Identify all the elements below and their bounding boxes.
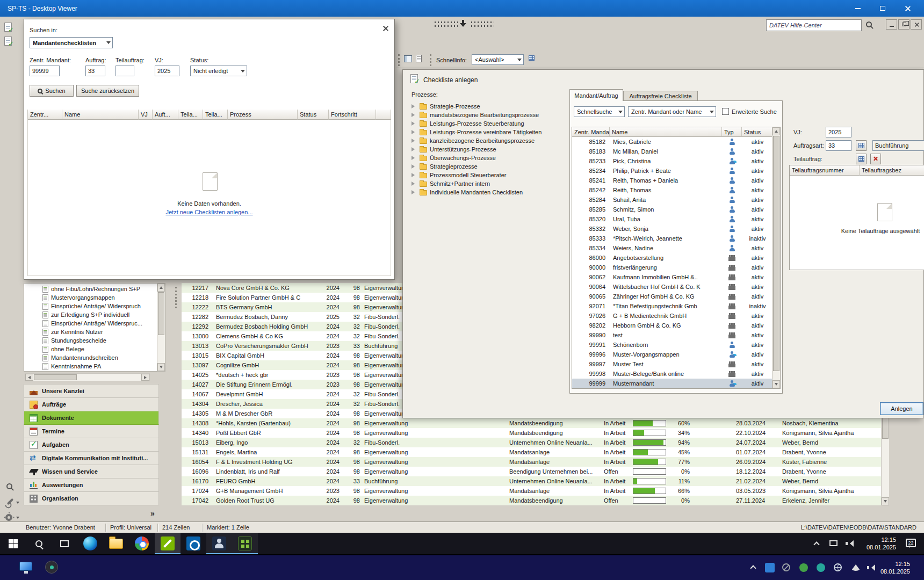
mandant-row[interactable]: 85242Reith, Thomasaktiv bbox=[572, 185, 772, 195]
close-button[interactable] bbox=[895, 0, 920, 17]
tray-icon-app[interactable] bbox=[765, 563, 775, 572]
expand-arrow-icon[interactable] bbox=[412, 130, 417, 134]
result-column-header[interactable]: Teila... bbox=[203, 110, 228, 120]
mandant-column-header[interactable]: Name bbox=[610, 127, 722, 137]
scroll-up-button[interactable] bbox=[157, 284, 165, 292]
chevron-down-icon[interactable] bbox=[16, 502, 19, 505]
viewer-taskbar-item[interactable] bbox=[19, 562, 32, 571]
taskbar-item-datev[interactable] bbox=[155, 533, 181, 554]
taskbar-item-browser[interactable] bbox=[129, 533, 155, 554]
expand-arrow-icon[interactable] bbox=[412, 147, 417, 151]
auftragsart-picker-button[interactable] bbox=[856, 140, 867, 151]
wifi-icon[interactable] bbox=[851, 564, 861, 571]
folder-tree-scrollbar[interactable] bbox=[157, 284, 165, 371]
mandant-row[interactable]: 85284Suhail, Anitaaktiv bbox=[572, 195, 772, 205]
sidebar-item-termine[interactable]: Termine bbox=[24, 425, 159, 438]
prozess-tree-item[interactable]: kanzleibezogene Bearbeitungsprozesse bbox=[410, 136, 566, 145]
mandant-row[interactable]: 99990testaktiv bbox=[572, 330, 772, 340]
prozess-tree-item[interactable]: Prozessmodell Steuerberater bbox=[410, 171, 566, 179]
expand-arrow-icon[interactable] bbox=[412, 173, 417, 177]
expand-arrow-icon[interactable] bbox=[412, 121, 417, 126]
display-tray-icon[interactable] bbox=[829, 540, 838, 546]
folder-tree-item[interactable]: ohne Fibu/Lohn/Rechnungen S+P bbox=[24, 285, 165, 293]
mandant-row[interactable]: 90062Kaufmann Immobilien GmbH &..aktiv bbox=[572, 272, 772, 282]
expand-arrow-icon[interactable] bbox=[412, 104, 417, 108]
teilauftrag-delete-button[interactable] bbox=[870, 154, 881, 164]
mandant-row[interactable]: 97026G + B Medientechnik GmbHaktiv bbox=[572, 311, 772, 321]
mandant-column-header[interactable]: Zentr. Mandant bbox=[572, 127, 610, 137]
checklist-toolbar-button-1[interactable] bbox=[4, 23, 12, 32]
vj-input[interactable]: 2025 bbox=[155, 66, 179, 76]
mandant-row[interactable]: 85320Ural, Tubaaktiv bbox=[572, 214, 772, 224]
gear-icon[interactable] bbox=[5, 514, 12, 521]
scrollbar-thumb[interactable] bbox=[34, 374, 77, 380]
prozess-tree-item[interactable]: Strategieprozesse bbox=[410, 162, 566, 171]
result-column-header[interactable]: Auft... bbox=[153, 110, 178, 120]
mandant-row[interactable]: 98202Hebborn GmbH & Co. KGaktiv bbox=[572, 321, 772, 330]
sidebar-item-aufgaben[interactable]: Aufgaben bbox=[24, 438, 159, 452]
teilauftrag-picker-button[interactable] bbox=[856, 154, 867, 164]
prozess-tree-item[interactable]: mandatsbezogene Bearbeitungsprozesse bbox=[410, 111, 566, 119]
mandant-row[interactable]: 99991Schönenbornaktiv bbox=[572, 340, 772, 350]
toolbar-drag-handle[interactable] bbox=[470, 19, 494, 27]
client-row[interactable]: 14308*Hohls, Karsten (Gartenbau)202498Ei… bbox=[182, 418, 881, 428]
mandant-row[interactable]: 99999Mustermandantaktiv bbox=[572, 379, 772, 388]
dialog-close-button[interactable] bbox=[380, 24, 390, 33]
tab-auftragsfreie-checkliste[interactable]: Auftragsfreie Checkliste bbox=[623, 91, 698, 101]
minimize-button[interactable] bbox=[846, 0, 870, 17]
scroll-down-button[interactable] bbox=[157, 363, 165, 371]
prozess-tree-item[interactable]: Strategie-Prozesse bbox=[410, 102, 566, 111]
result-column-header[interactable]: Zentr... bbox=[28, 110, 62, 120]
scrollbar-thumb[interactable] bbox=[158, 292, 164, 335]
folder-tree-item[interactable]: Kenntnisnahme PA bbox=[24, 362, 165, 371]
auftragsart-input[interactable]: 33 bbox=[826, 140, 851, 151]
mandant-row[interactable]: 85183Mc Millan, Danielaktiv bbox=[572, 147, 772, 156]
client-row[interactable]: 16170FEURO GmbH202433BuchführungUnterneh… bbox=[182, 476, 881, 486]
mandant-row[interactable]: 92071*Titan Befestigungstechnik Gmbinakt… bbox=[572, 301, 772, 311]
expand-arrow-icon[interactable] bbox=[412, 182, 417, 186]
mandant-row[interactable]: 90000fristverlängerungaktiv bbox=[572, 263, 772, 272]
search-scope-select[interactable]: Zentr. Mandant oder Name bbox=[628, 106, 716, 117]
client-row[interactable]: 14340Pößl Ebbert GbR202498Eigenverwaltun… bbox=[182, 428, 881, 438]
teil-column-header[interactable]: Teilauftragsbez bbox=[860, 165, 924, 176]
sidebar-item-organisation[interactable]: Organisation bbox=[24, 492, 159, 505]
tray-icon-blocked[interactable] bbox=[782, 563, 790, 571]
window-titlebar[interactable]: SP-TS - Desktop Viewer bbox=[0, 0, 924, 17]
scrollbar-thumb[interactable] bbox=[773, 136, 779, 371]
client-row[interactable]: 17042Golden Root Trust UG202498Eigenverw… bbox=[182, 496, 881, 505]
mandant-row[interactable]: 85241Reith, Thomas + Danielaaktiv bbox=[572, 176, 772, 185]
mandant-row[interactable]: 85182Mies, Gabrieleaktiv bbox=[572, 137, 772, 147]
sidebar-item-dokumente[interactable]: Dokumente bbox=[24, 411, 159, 425]
nav-more-button[interactable] bbox=[150, 509, 155, 518]
mandant-row[interactable]: 86000Angebotserstellungaktiv bbox=[572, 253, 772, 263]
mandant-row[interactable]: 85285Schmitz, Simonaktiv bbox=[572, 205, 772, 214]
suchen-in-select[interactable]: Mandantenchecklisten bbox=[30, 37, 113, 48]
sidebar-item-auftraege[interactable]: Aufträge bbox=[24, 398, 159, 411]
mandant-column-header[interactable]: Typ bbox=[722, 127, 742, 137]
anlegen-button[interactable]: Anlegen bbox=[880, 402, 923, 415]
search-icon[interactable] bbox=[6, 483, 12, 489]
mandant-row[interactable]: 90065Zähringer Hof GmbH & Co. KGaktiv bbox=[572, 292, 772, 301]
panel-view-button[interactable] bbox=[404, 55, 412, 62]
taskbar-clock[interactable]: 12:15 08.01.2025 bbox=[867, 536, 896, 551]
volume-tray-icon[interactable] bbox=[846, 540, 853, 547]
folder-tree-item[interactable]: Stundungsbescheide bbox=[24, 336, 165, 345]
client-row[interactable]: 15131Engels, Martina202498Eigenverwaltun… bbox=[182, 447, 881, 457]
taskbar-clock[interactable]: 12:15 08.01.2025 bbox=[880, 560, 910, 575]
prozess-tree-item[interactable]: Individuelle Mandanten Checklisten bbox=[410, 188, 566, 197]
mandant-row[interactable]: 85333*Pitsch-Weirich, Jeannetteinaktiv bbox=[572, 234, 772, 243]
result-column-header[interactable]: Status bbox=[298, 110, 329, 120]
expand-arrow-icon[interactable] bbox=[412, 139, 417, 143]
download-arrow-icon[interactable] bbox=[460, 19, 466, 27]
toolbar-drag-handle[interactable] bbox=[433, 19, 458, 27]
result-column-header[interactable]: Name bbox=[62, 110, 139, 120]
teilauftrag-input[interactable] bbox=[116, 66, 134, 76]
tray-icon-teal[interactable] bbox=[817, 563, 825, 572]
mandant-row[interactable]: 90064Wittelsbacher Hof GmbH & Co. Kaktiv bbox=[572, 282, 772, 292]
mandant-row[interactable]: 99998Muster-Belege/Bank onlineaktiv bbox=[572, 369, 772, 379]
folder-tree-item[interactable]: Mandantenrundschreiben bbox=[24, 353, 165, 362]
zentr-mandant-input[interactable]: 99999 bbox=[30, 66, 60, 76]
mandant-scrollbar[interactable] bbox=[772, 127, 780, 388]
taskbar-item-calculator[interactable] bbox=[232, 533, 258, 554]
prozess-tree-item[interactable]: Leistungs-Prozesse Steuerberatung bbox=[410, 119, 566, 128]
